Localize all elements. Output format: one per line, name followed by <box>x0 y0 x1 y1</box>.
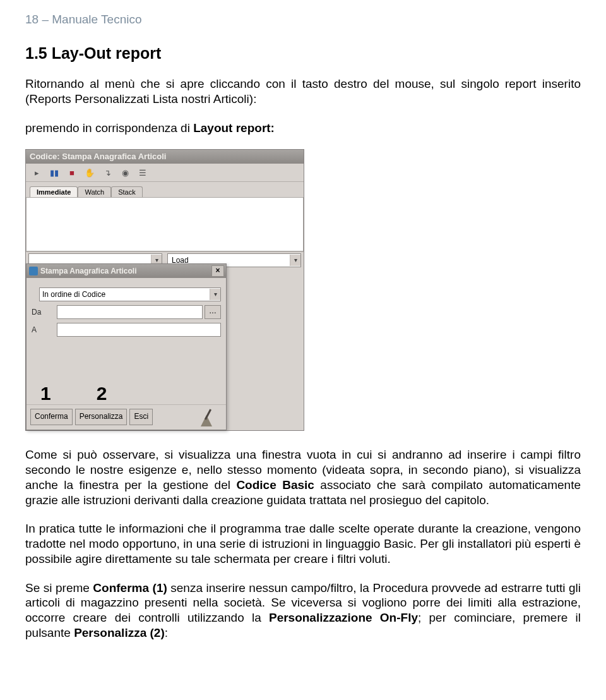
hand-icon[interactable]: ✋ <box>84 167 95 178</box>
personalizza-button[interactable]: Personalizza <box>75 409 128 425</box>
text-span: premendo in corrispondenza di <box>25 121 193 135</box>
text-span: Se si preme <box>25 581 93 594</box>
debug-toolbar: ▸ ▮▮ ■ ✋ ↴ ◉ ☰ <box>26 164 304 182</box>
paragraph-conferma: Se si preme Conferma (1) senza inserire … <box>25 581 581 641</box>
conferma-ref: Conferma (1) <box>93 581 167 594</box>
toolbar-icon[interactable]: ▸ <box>31 167 42 178</box>
a-input[interactable] <box>57 323 221 337</box>
code-window-titlebar: Codice: Stampa Anagrafica Articoli <box>26 150 304 164</box>
app-icon <box>29 267 38 275</box>
chevron-down-icon: ▾ <box>210 289 220 300</box>
embedded-screenshot: Codice: Stampa Anagrafica Articoli ▸ ▮▮ … <box>25 149 304 431</box>
page-header: 18 – Manuale Tecnico <box>25 13 581 27</box>
paragraph-practice: In pratica tutte le informazioni che il … <box>25 521 581 566</box>
text-span: : <box>165 626 168 639</box>
conferma-button[interactable]: Conferma <box>30 409 73 425</box>
tab-watch[interactable]: Watch <box>78 186 111 197</box>
stop-icon[interactable]: ■ <box>66 167 78 178</box>
codice-basic-label: Codice Basic <box>236 478 314 492</box>
intro-paragraph-1: Ritornando al menù che si apre cliccando… <box>25 76 581 107</box>
order-combo-value: In ordine di Codice <box>42 290 105 299</box>
callout-number-1: 1 <box>40 383 51 404</box>
pause-icon[interactable]: ▮▮ <box>49 167 60 178</box>
browse-button[interactable]: … <box>205 305 221 319</box>
personalizza-ref: Personalizza (2) <box>74 626 165 639</box>
label-a: A <box>32 325 49 334</box>
esci-button[interactable]: Esci <box>129 409 153 425</box>
layout-report-label: Layout report: <box>193 121 275 135</box>
tab-stack[interactable]: Stack <box>111 186 143 197</box>
eval-icon[interactable]: ☰ <box>137 167 148 178</box>
breakpoint-icon[interactable]: ◉ <box>119 167 131 178</box>
tab-immediate[interactable]: Immediate <box>30 186 78 197</box>
da-input[interactable] <box>57 305 203 319</box>
code-editor-area[interactable] <box>26 197 304 251</box>
dialog-title: Stampa Anagrafica Articoli <box>40 267 209 275</box>
onfly-ref: Personalizzazione On-Fly <box>269 611 418 624</box>
order-combo[interactable]: In ordine di Codice ▾ <box>39 287 221 301</box>
chevron-down-icon: ▾ <box>290 255 300 266</box>
close-icon[interactable]: × <box>211 265 224 277</box>
intro-paragraph-2: premendo in corrispondenza di Layout rep… <box>25 121 581 136</box>
label-da: Da <box>32 308 49 317</box>
callout-number-2: 2 <box>97 383 107 404</box>
paragraph-observe: Come si può osservare, si visualizza una… <box>25 447 581 507</box>
stampa-dialog: Stampa Anagrafica Articoli × In ordine d… <box>26 263 227 430</box>
section-title: 1.5 Lay-Out report <box>25 44 581 63</box>
step-icon[interactable]: ↴ <box>102 167 113 178</box>
wizard-icon <box>196 407 222 426</box>
dialog-titlebar: Stampa Anagrafica Articoli × <box>27 264 226 278</box>
debug-tabs: Immediate Watch Stack <box>26 182 304 197</box>
